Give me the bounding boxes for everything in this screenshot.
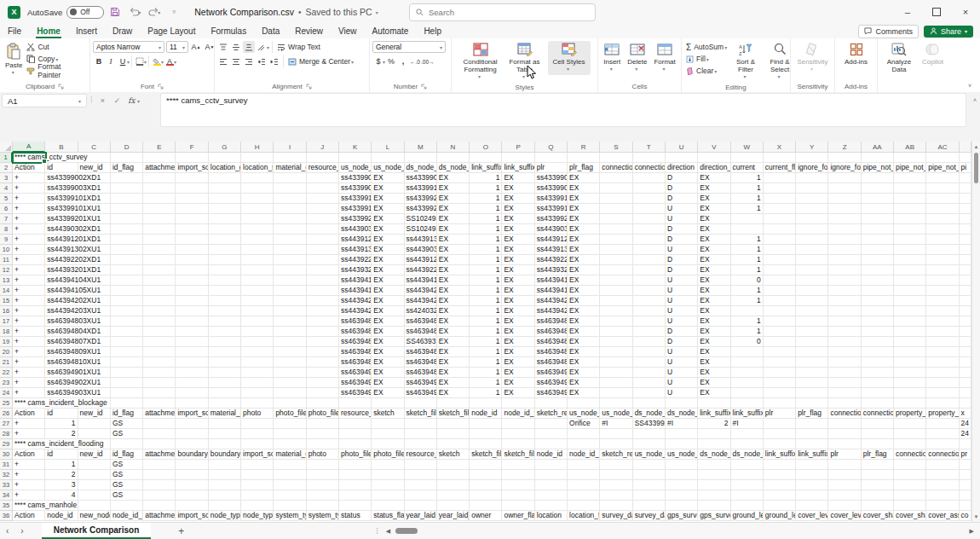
- cell-D15[interactable]: [111, 296, 143, 306]
- cut-button[interactable]: Cut: [25, 41, 87, 53]
- cell-X22[interactable]: [764, 368, 796, 378]
- cell-B16[interactable]: ss44394203XU1: [45, 306, 78, 316]
- cell-X26[interactable]: plr: [764, 409, 796, 419]
- cell-Q34[interactable]: [535, 490, 568, 501]
- cell-L19[interactable]: EX: [372, 337, 404, 347]
- cell-S26[interactable]: us_node_i: [600, 409, 632, 419]
- cell-X15[interactable]: [764, 296, 796, 306]
- cell-X3[interactable]: [764, 173, 796, 183]
- column-header-D[interactable]: D: [111, 142, 143, 153]
- cell-Z24[interactable]: [828, 388, 861, 398]
- cell-AB2[interactable]: pipe_not_: [894, 163, 926, 173]
- row-header-29[interactable]: 29: [0, 439, 13, 449]
- cell-AA2[interactable]: pipe_not_: [862, 163, 894, 173]
- cell-K29[interactable]: [339, 439, 372, 449]
- cell-J25[interactable]: [307, 398, 339, 409]
- cell-O9[interactable]: 1: [470, 235, 502, 245]
- cell-T29[interactable]: [633, 439, 666, 449]
- row-header-9[interactable]: 9: [0, 235, 13, 245]
- close-button[interactable]: ×: [951, 0, 980, 24]
- cell-V7[interactable]: EX: [698, 214, 730, 224]
- column-header-R[interactable]: R: [568, 142, 600, 153]
- cell-V1[interactable]: [698, 153, 730, 163]
- cell-D26[interactable]: id_flag: [111, 409, 143, 419]
- cell-I23[interactable]: [274, 378, 306, 388]
- cell-N32[interactable]: [437, 470, 470, 480]
- cell-AA6[interactable]: [862, 204, 894, 214]
- row-header-21[interactable]: 21: [0, 357, 13, 368]
- cell-E6[interactable]: [143, 204, 176, 214]
- cell-AB30[interactable]: connectio: [894, 449, 926, 460]
- cell-F18[interactable]: [176, 327, 208, 337]
- cell-A9[interactable]: +: [13, 235, 45, 245]
- column-header-Z[interactable]: Z: [828, 142, 861, 153]
- cell-AC14[interactable]: [926, 286, 959, 296]
- cell-AC21[interactable]: [926, 357, 959, 368]
- cell-S29[interactable]: [600, 439, 632, 449]
- cell-B21[interactable]: ss46394810XU1: [45, 357, 78, 368]
- cell-C2[interactable]: new_id: [78, 163, 111, 173]
- cell-Z33[interactable]: [828, 480, 861, 490]
- cell-AD5[interactable]: [960, 194, 971, 204]
- cell-H30[interactable]: import_so: [241, 449, 274, 460]
- cell-F6[interactable]: [176, 204, 208, 214]
- cell-E15[interactable]: [143, 296, 176, 306]
- cell-P2[interactable]: link_suffix: [502, 163, 534, 173]
- cell-G14[interactable]: [209, 286, 241, 296]
- cell-M32[interactable]: [405, 470, 437, 480]
- cell-A20[interactable]: +: [13, 347, 45, 357]
- row-header-32[interactable]: 32: [0, 470, 13, 480]
- cell-N36[interactable]: year_laid_: [437, 511, 470, 521]
- menu-tab-view[interactable]: View: [331, 24, 365, 38]
- cell-V30[interactable]: ds_node_i: [698, 449, 730, 460]
- cell-K14[interactable]: ss4439410: [339, 286, 372, 296]
- cell-O12[interactable]: 1: [470, 265, 502, 275]
- number-dialog-launcher-icon[interactable]: [421, 84, 427, 90]
- cell-S3[interactable]: [600, 173, 632, 183]
- cell-E35[interactable]: [143, 501, 176, 511]
- cell-Z12[interactable]: [828, 265, 861, 275]
- cell-E14[interactable]: [143, 286, 176, 296]
- cell-Q16[interactable]: ss4439420: [535, 306, 568, 316]
- cell-N12[interactable]: EX: [437, 265, 470, 275]
- cell-Y22[interactable]: [796, 368, 828, 378]
- cell-X27[interactable]: [764, 419, 796, 429]
- cell-AB18[interactable]: [894, 327, 926, 337]
- cell-W8[interactable]: [731, 224, 764, 235]
- cell-AB35[interactable]: [894, 501, 926, 511]
- cell-C30[interactable]: new_id: [78, 449, 111, 460]
- cell-L5[interactable]: EX: [372, 194, 404, 204]
- cell-U9[interactable]: D: [666, 235, 698, 245]
- cell-D16[interactable]: [111, 306, 143, 316]
- fill-button[interactable]: Fill ▾: [684, 53, 729, 65]
- cell-O34[interactable]: [470, 490, 502, 501]
- cell-Y8[interactable]: [796, 224, 828, 235]
- cell-G29[interactable]: [209, 439, 241, 449]
- cell-AD9[interactable]: [960, 235, 971, 245]
- cell-O29[interactable]: [470, 439, 502, 449]
- decrease-font-button[interactable]: A▼: [204, 41, 216, 53]
- cell-V28[interactable]: [698, 429, 730, 439]
- alignment-dialog-launcher-icon[interactable]: [306, 84, 312, 90]
- cell-V15[interactable]: EX: [698, 296, 730, 306]
- cell-H33[interactable]: [241, 480, 274, 490]
- cell-K15[interactable]: ss4439420: [339, 296, 372, 306]
- analyze-data-button[interactable]: Analyze Data: [880, 41, 918, 75]
- cell-D30[interactable]: id_flag: [111, 449, 143, 460]
- cell-W32[interactable]: [731, 470, 764, 480]
- cell-Z26[interactable]: connectio: [828, 409, 861, 419]
- cell-AD35[interactable]: [960, 501, 971, 511]
- cell-T23[interactable]: [633, 378, 666, 388]
- cell-V21[interactable]: EX: [698, 357, 730, 368]
- cell-F3[interactable]: [176, 173, 208, 183]
- cell-I4[interactable]: [274, 183, 306, 194]
- cell-U27[interactable]: #I: [666, 419, 698, 429]
- cell-M22[interactable]: ss4639481: [405, 368, 437, 378]
- cell-X18[interactable]: [764, 327, 796, 337]
- cell-I31[interactable]: [274, 460, 306, 470]
- cell-U2[interactable]: direction: [666, 163, 698, 173]
- cell-U15[interactable]: U: [666, 296, 698, 306]
- cell-U1[interactable]: [666, 153, 698, 163]
- cell-H1[interactable]: [241, 153, 274, 163]
- cell-J3[interactable]: [307, 173, 339, 183]
